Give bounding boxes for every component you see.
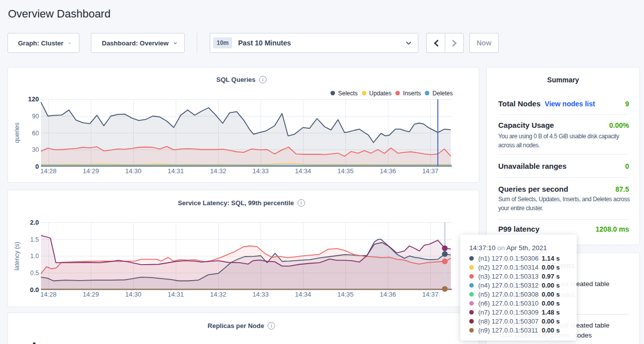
- svg-text:14:37: 14:37: [422, 291, 439, 298]
- svg-text:1.0: 1.0: [30, 253, 39, 260]
- svg-text:14:29: 14:29: [83, 167, 99, 175]
- svg-text:14:36: 14:36: [380, 167, 396, 175]
- svg-text:120: 120: [28, 95, 39, 103]
- svg-text:14:30: 14:30: [125, 291, 142, 298]
- svg-text:14:36: 14:36: [380, 291, 396, 298]
- svg-text:1.5: 1.5: [30, 236, 39, 243]
- svg-text:14:34: 14:34: [295, 167, 312, 175]
- svg-text:14:33: 14:33: [253, 167, 269, 175]
- svg-text:30: 30: [32, 146, 39, 153]
- svg-text:90: 90: [32, 113, 39, 120]
- svg-text:14:31: 14:31: [168, 291, 184, 298]
- svg-text:2.0: 2.0: [30, 219, 39, 226]
- svg-text:14:35: 14:35: [337, 291, 354, 298]
- svg-text:14:33: 14:33: [253, 291, 269, 298]
- svg-text:14:31: 14:31: [168, 167, 184, 175]
- svg-text:14:34: 14:34: [295, 291, 312, 298]
- svg-text:60: 60: [32, 130, 39, 137]
- svg-text:14:32: 14:32: [210, 291, 227, 298]
- svg-text:0.5: 0.5: [30, 270, 39, 277]
- svg-text:14:35: 14:35: [337, 167, 354, 175]
- svg-text:queries: queries: [13, 123, 20, 143]
- svg-text:latency (s): latency (s): [13, 242, 20, 271]
- svg-text:14:32: 14:32: [210, 167, 227, 175]
- svg-text:0: 0: [35, 163, 39, 170]
- svg-text:14:30: 14:30: [125, 167, 142, 175]
- svg-text:14:28: 14:28: [40, 167, 57, 175]
- svg-text:0.0: 0.0: [30, 286, 39, 294]
- svg-text:14:28: 14:28: [40, 291, 57, 298]
- svg-text:14:29: 14:29: [83, 291, 99, 298]
- svg-text:14:37: 14:37: [422, 167, 439, 175]
